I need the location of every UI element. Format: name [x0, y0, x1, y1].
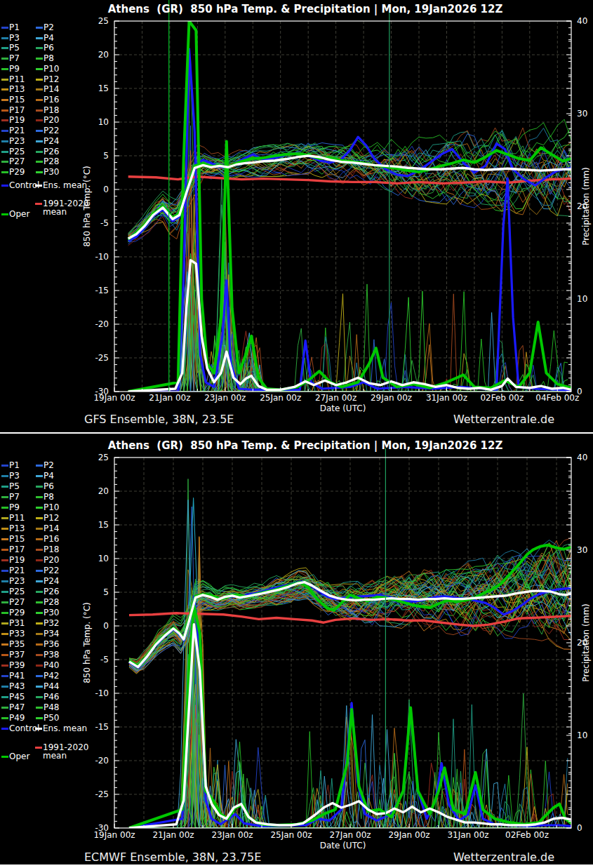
legend-line-swatch: [1, 161, 8, 163]
legend-line-swatch: [36, 538, 43, 540]
legend-item-label: P50: [44, 713, 60, 723]
x-tick-label: 04Feb 00z: [535, 393, 579, 403]
legend-line-swatch: [1, 665, 8, 667]
plot-series: [128, 21, 571, 392]
legend-item-label: P28: [44, 597, 60, 607]
legend-line-swatch: [35, 747, 42, 749]
legend-line-swatch: [36, 486, 43, 488]
x-tick-label: 31Jan 00z: [426, 393, 467, 403]
legend-item-label: P46: [44, 692, 60, 702]
legend-line-swatch: [1, 109, 8, 112]
legend-line-swatch: [1, 47, 8, 49]
right-y-axis-label: Precipitation (mm): [581, 603, 591, 682]
legend-line-swatch: [1, 654, 8, 656]
chart-title: Athens (GR) 850 hPa Temp. & Precipitatio…: [91, 3, 519, 15]
site-watermark: Wetterzentrale.de: [453, 850, 554, 864]
legend-item-label: P5: [9, 481, 20, 491]
legend-line-swatch: [35, 185, 42, 187]
legend-line-swatch: [36, 633, 43, 635]
legend-line-swatch: [1, 601, 8, 603]
x-tick-label: 29Jan 00z: [388, 830, 429, 840]
legend-item-label: P14: [44, 84, 60, 94]
legend-item-label: P39: [9, 660, 25, 670]
site-watermark: Wetterzentrale.de: [453, 413, 554, 426]
x-tick-label: 02Feb 00z: [480, 393, 524, 403]
legend-item-label: P8: [44, 492, 54, 502]
legend-line-swatch: [36, 622, 43, 625]
legend-line-swatch: [1, 728, 8, 730]
x-tick-label: 21Jan 00z: [149, 393, 190, 403]
legend-line-swatch: [36, 68, 43, 70]
legend-line-swatch: [1, 591, 8, 593]
legend-item-label: P15: [9, 95, 25, 105]
legend-line-swatch: [36, 696, 43, 698]
precip-tick-label: 10: [577, 294, 587, 304]
legend-line-swatch: [1, 58, 8, 60]
legend-item-label: P25: [9, 587, 25, 596]
legend-item-label: P35: [9, 639, 25, 649]
x-tick-label: 23Jan 00z: [204, 393, 246, 403]
legend-line-swatch: [36, 27, 43, 29]
legend-item-label: P16: [44, 95, 60, 105]
legend-item-label: P16: [44, 534, 60, 544]
x-tick-label: 31Jan 00z: [447, 830, 488, 840]
legend-line-swatch: [36, 549, 43, 551]
x-tick-label: 21Jan 00z: [152, 830, 194, 840]
legend-item-label: P26: [44, 147, 60, 156]
legend-line-swatch: [1, 213, 8, 215]
legend-item-label: P5: [9, 43, 20, 53]
legend-item-label: P32: [44, 618, 60, 628]
legend-line-swatch: [36, 79, 43, 81]
legend-line-swatch: [1, 570, 8, 572]
legend-item-label: P26: [44, 587, 60, 596]
legend-line-swatch: [36, 580, 43, 582]
legend-line-swatch: [1, 538, 8, 540]
legend-line-swatch: [36, 591, 43, 593]
legend-item-label: P30: [44, 608, 60, 617]
legend-item-label: P1: [9, 460, 20, 470]
legend-item-label: P43: [9, 681, 25, 691]
legend-item-label: P40: [44, 660, 60, 670]
legend-item-label: P36: [44, 639, 60, 649]
legend-line-swatch: [1, 633, 8, 635]
legend-item-label: P47: [9, 702, 25, 712]
precip-tick-label: 10: [577, 730, 587, 740]
legend-line-swatch: [1, 696, 8, 698]
legend-line-swatch: [36, 109, 43, 112]
legend-item-label: P41: [9, 671, 25, 681]
legend-line-swatch: [36, 140, 43, 142]
legend-line-swatch: [1, 496, 8, 498]
legend-item-label: P6: [44, 43, 54, 53]
x-tick-label: 23Jan 00z: [211, 830, 253, 840]
legend-line-swatch: [36, 161, 43, 163]
legend-line-swatch: [1, 528, 8, 530]
legend-item-label: P17: [9, 545, 25, 554]
legend-line-swatch: [1, 707, 8, 709]
legend-line-swatch: [36, 643, 43, 646]
legend-item-label: Oper: [9, 752, 29, 761]
legend-item-label: P30: [44, 167, 60, 177]
legend-line-swatch: [36, 559, 43, 561]
legend-item-label: mean: [43, 751, 67, 761]
legend-item-label: P21: [9, 126, 25, 135]
legend-line-swatch: [36, 47, 43, 49]
legend-item-label: Ens. mean: [43, 180, 87, 190]
legend-item-label: P13: [9, 523, 25, 533]
legend-item-label: P2: [44, 460, 54, 470]
legend-item-label: P9: [9, 502, 20, 512]
legend-line-swatch: [1, 99, 8, 101]
legend-item-label: Ens. mean: [43, 723, 87, 733]
legend-line-swatch: [1, 622, 8, 625]
legend-item-label: P22: [44, 126, 60, 135]
legend-item-label: P25: [9, 147, 25, 156]
legend-line-swatch: [36, 171, 43, 173]
legend-item-label: P45: [9, 692, 25, 702]
legend-item-label: P21: [9, 566, 25, 575]
legend-item-label: P29: [9, 608, 25, 617]
legend-item-label: P23: [9, 136, 25, 146]
legend-line-swatch: [36, 601, 43, 603]
legend-item-label: P18: [44, 105, 60, 115]
legend-item-label: P11: [9, 74, 25, 84]
legend-item-label: P20: [44, 555, 60, 565]
legend-line-swatch: [1, 517, 8, 519]
